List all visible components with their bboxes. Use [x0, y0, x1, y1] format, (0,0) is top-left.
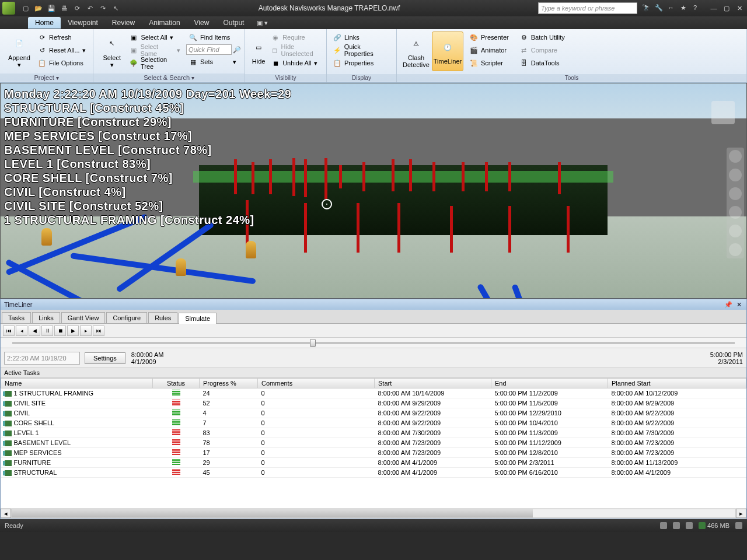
stop-button[interactable]: ⏹: [54, 326, 66, 336]
current-time-field[interactable]: 2:22:20 AM 10/19/20: [4, 352, 80, 365]
scroll-track[interactable]: [11, 509, 736, 518]
graph-icon[interactable]: [735, 522, 742, 529]
pin-icon[interactable]: 📌: [724, 300, 732, 309]
star-icon[interactable]: ★: [680, 4, 689, 12]
viewcube[interactable]: [711, 101, 735, 124]
table-row[interactable]: LEVEL 18308:00:00 AM 7/30/20095:00:00 PM…: [1, 428, 746, 438]
tab-gantt[interactable]: Gantt View: [61, 312, 106, 323]
pencil-icon[interactable]: [673, 522, 680, 529]
rewind-start-button[interactable]: ⏮: [3, 326, 15, 336]
orbit-icon[interactable]: [729, 206, 742, 219]
reset-all-button[interactable]: ↺Reset All... ▾: [35, 44, 88, 56]
presenter-button[interactable]: 🎨Presenter: [467, 32, 511, 43]
search-icon[interactable]: 🔎: [233, 46, 241, 54]
slider-thumb[interactable]: [310, 339, 316, 347]
table-row[interactable]: MEP SERVICES1708:00:00 AM 7/23/20095:00:…: [1, 448, 746, 458]
play-back-button[interactable]: ◀: [29, 326, 40, 336]
scroll-right-icon[interactable]: ▸: [736, 509, 746, 518]
timeline-slider[interactable]: [1, 338, 746, 348]
table-row[interactable]: CIVIL SITE5208:00:00 AM 9/29/20095:00:00…: [1, 398, 746, 408]
table-row[interactable]: CORE SHELL708:00:00 AM 9/22/20095:00:00 …: [1, 418, 746, 428]
col-planned-start[interactable]: Planned Start: [608, 379, 746, 388]
3d-viewport[interactable]: Monday 2:22:20 AM 10/19/2009 Day=201 Wee…: [0, 83, 747, 299]
search-input[interactable]: Type a keyword or phrase: [538, 2, 637, 14]
new-icon[interactable]: ▢: [21, 4, 30, 13]
look-icon[interactable]: [729, 225, 742, 237]
horizontal-scrollbar[interactable]: ◂ ▸: [1, 508, 746, 519]
scroll-left-icon[interactable]: ◂: [1, 509, 11, 518]
tab-animation[interactable]: Animation: [142, 17, 187, 29]
scripter-button[interactable]: 📜Scripter: [467, 57, 511, 69]
undo-icon[interactable]: ↶: [85, 4, 95, 13]
save-icon[interactable]: 💾: [47, 4, 56, 13]
step-back-button[interactable]: ◂: [16, 326, 27, 336]
steering-wheel-icon[interactable]: [729, 150, 742, 163]
ribbon-expand-icon[interactable]: ▣ ▾: [257, 19, 268, 27]
disk-icon[interactable]: [686, 522, 693, 529]
sheet-icon[interactable]: [660, 522, 667, 529]
play-button[interactable]: ▶: [67, 326, 79, 336]
redo-icon[interactable]: ↷: [98, 4, 107, 13]
minimize-button[interactable]: —: [708, 4, 719, 12]
tab-links[interactable]: Links: [32, 312, 60, 323]
col-start[interactable]: Start: [375, 379, 491, 388]
properties-button[interactable]: 📋Properties: [330, 57, 393, 69]
col-comments[interactable]: Comments: [258, 379, 375, 388]
close-button[interactable]: ✕: [734, 4, 745, 12]
datatools-button[interactable]: 🗄DataTools: [517, 57, 567, 69]
col-status[interactable]: Status: [153, 379, 200, 388]
walk-icon[interactable]: [729, 243, 742, 256]
key-icon[interactable]: 🔧: [655, 4, 663, 12]
maximize-button[interactable]: ▢: [721, 4, 732, 12]
sets-button[interactable]: ▦Sets ▾: [186, 56, 241, 68]
select-button[interactable]: ↖ Select ▾: [97, 32, 127, 71]
col-progress[interactable]: Progress %: [200, 379, 258, 388]
select-all-button[interactable]: ▣Select All ▾: [127, 32, 183, 43]
exchange-icon[interactable]: ↔: [668, 4, 676, 12]
app-logo[interactable]: [2, 2, 15, 15]
forward-end-button[interactable]: ⏭: [93, 326, 104, 336]
batch-utility-button[interactable]: ⚙Batch Utility: [517, 32, 567, 43]
unhide-all-button[interactable]: ◼Unhide All ▾: [268, 57, 323, 69]
table-row[interactable]: FURNITURE2908:00:00 AM 4/1/20095:00:00 P…: [1, 458, 746, 468]
animator-button[interactable]: 🎬Animator: [467, 44, 511, 56]
tab-configure[interactable]: Configure: [106, 312, 147, 323]
tab-output[interactable]: Output: [216, 17, 251, 29]
selection-tree-button[interactable]: 🌳Selection Tree: [127, 57, 183, 69]
refresh-icon[interactable]: ⟳: [72, 4, 82, 13]
append-button[interactable]: 📄 Append ▾: [4, 32, 35, 71]
timeliner-button[interactable]: 🕐 TimeLiner: [432, 32, 463, 71]
col-end[interactable]: End: [491, 379, 608, 388]
close-icon[interactable]: ✕: [735, 300, 743, 309]
quick-find-input[interactable]: Quick Find: [186, 44, 232, 55]
refresh-button[interactable]: ⟳Refresh: [35, 32, 88, 43]
binoculars-icon[interactable]: 🔭: [642, 4, 650, 12]
settings-button[interactable]: Settings: [85, 352, 125, 364]
pan-icon[interactable]: [729, 169, 742, 181]
select-cursor-icon[interactable]: ↖: [111, 4, 120, 13]
col-name[interactable]: Name: [1, 379, 153, 388]
step-forward-button[interactable]: ▸: [80, 326, 92, 336]
help-icon[interactable]: ?: [693, 4, 701, 12]
tab-tasks[interactable]: Tasks: [2, 312, 31, 323]
tab-home[interactable]: Home: [28, 17, 61, 29]
tab-view[interactable]: View: [187, 17, 217, 29]
clash-detective-button[interactable]: ⚠ Clash Detective: [400, 32, 432, 71]
tab-simulate[interactable]: Simulate: [179, 313, 217, 324]
table-row[interactable]: BASEMENT LEVEL7808:00:00 AM 7/23/20095:0…: [1, 438, 746, 448]
links-button[interactable]: 🔗Links: [330, 32, 393, 43]
pause-button[interactable]: ⏸: [41, 326, 53, 336]
scroll-thumb[interactable]: [12, 509, 533, 517]
find-items-button[interactable]: 🔍Find Items: [186, 32, 241, 43]
tab-review[interactable]: Review: [105, 17, 142, 29]
panel-label[interactable]: Project ▾: [0, 74, 93, 82]
open-icon[interactable]: 📂: [34, 4, 43, 13]
tab-rules[interactable]: Rules: [148, 312, 177, 323]
tab-viewpoint[interactable]: Viewpoint: [61, 17, 105, 29]
table-row[interactable]: 1 STRUCTURAL FRAMING2408:00:00 AM 10/14/…: [1, 388, 746, 398]
quick-properties-button[interactable]: ⚡Quick Properties: [330, 44, 393, 56]
timeliner-header[interactable]: TimeLiner 📌 ✕: [1, 299, 746, 310]
zoom-icon[interactable]: [729, 187, 742, 200]
file-options-button[interactable]: 📋File Options: [35, 57, 88, 69]
table-row[interactable]: STRUCTURAL4508:00:00 AM 4/1/20095:00:00 …: [1, 468, 746, 478]
